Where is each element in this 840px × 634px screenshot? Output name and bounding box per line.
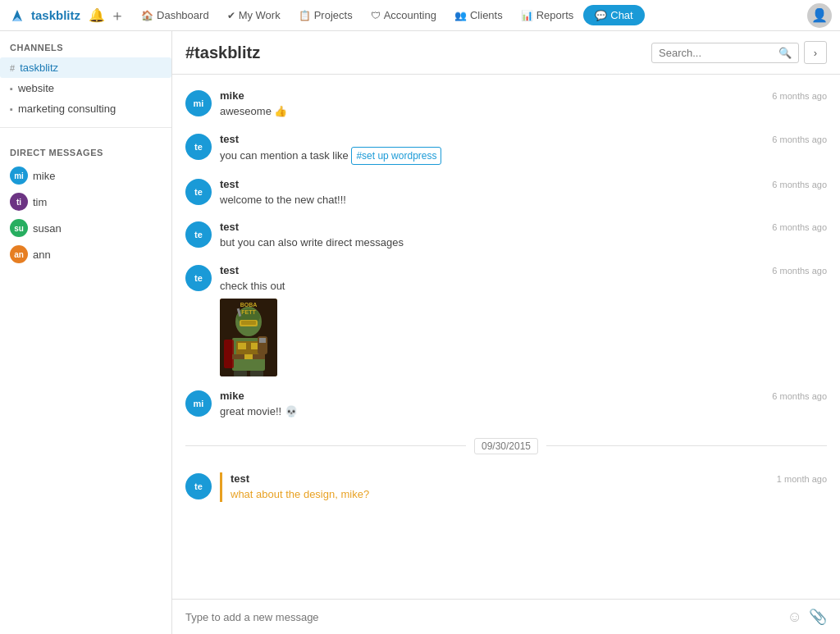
message-row: te test 6 months ago welcome to the new … xyxy=(172,171,840,215)
sidebar-dm-tim[interactable]: ti tim xyxy=(0,189,171,215)
search-box: 🔍 xyxy=(651,43,799,63)
message-content-highlighted: test 1 month ago what about the design, … xyxy=(220,472,827,503)
nav-item-chat[interactable]: 💬 Chat xyxy=(583,5,644,25)
svg-rect-7 xyxy=(224,340,234,368)
sidebar-channel-taskblitz[interactable]: # taskblitz xyxy=(0,57,171,78)
chevron-right-icon: › xyxy=(814,47,817,59)
message-content: test 6 months ago welcome to the new cha… xyxy=(220,178,827,208)
message-content: test 6 months ago check this out xyxy=(220,264,827,377)
user-avatar[interactable]: 👤 xyxy=(807,3,832,28)
nav-label-chat: Chat xyxy=(610,9,632,21)
dm-label-ann: ann xyxy=(33,249,51,261)
avatar: te xyxy=(185,473,212,499)
sidebar-dm-mike[interactable]: mi mike xyxy=(0,162,171,189)
message-header: test 6 months ago xyxy=(220,264,827,276)
nav-item-clients[interactable]: 👥 Clients xyxy=(446,5,511,25)
message-time: 6 months ago xyxy=(772,180,827,189)
message-text: welcome to the new chat!!! xyxy=(220,192,827,208)
message-header: mike 6 months ago xyxy=(220,390,827,402)
nav-item-accounting[interactable]: 🛡 Accounting xyxy=(363,5,445,25)
notification-bell-icon[interactable]: 🔔 xyxy=(89,7,105,23)
svg-rect-11 xyxy=(241,321,256,325)
message-row: te test 6 months ago you can mention a t… xyxy=(172,126,840,171)
message-header: test 6 months ago xyxy=(220,133,827,145)
message-header: test 6 months ago xyxy=(220,178,827,190)
nav-item-reports[interactable]: 📊 Reports xyxy=(513,5,582,25)
message-text: you can mention a task like #set up word… xyxy=(220,147,827,165)
channel-hash-icon: # xyxy=(10,63,15,73)
avatar: mi xyxy=(185,90,212,116)
message-content: mike 6 months ago great movie!! 💀 xyxy=(220,390,827,420)
sidebar-channel-marketing[interactable]: ▪ marketing consulting xyxy=(0,98,171,119)
channel-title: #taskblitz xyxy=(185,43,260,62)
avatar: te xyxy=(185,134,212,160)
channel-hash-icon-2: ▪ xyxy=(10,84,13,94)
channel-label-website: website xyxy=(18,82,54,94)
projects-icon: 📋 xyxy=(299,10,311,21)
search-input[interactable] xyxy=(659,47,774,59)
message-content: test 6 months ago but you can also write… xyxy=(220,221,827,251)
dm-label-susan: susan xyxy=(33,222,62,235)
message-username: mike xyxy=(220,390,244,402)
nav-label-dashboard: Dashboard xyxy=(157,9,209,21)
message-username: test xyxy=(231,472,249,485)
message-username: test xyxy=(220,221,239,233)
mywork-icon: ✔ xyxy=(227,10,235,21)
message-text: but you can also write direct messages xyxy=(220,235,827,251)
task-link[interactable]: #set up wordpress xyxy=(351,147,441,165)
avatar-tim: ti xyxy=(10,193,28,211)
sidebar-channel-website[interactable]: ▪ website xyxy=(0,78,171,98)
reports-icon: 📊 xyxy=(521,10,533,21)
message-username: test xyxy=(220,178,239,190)
attachment-icon[interactable]: 📎 xyxy=(809,608,827,626)
message-input[interactable] xyxy=(185,611,781,623)
message-username: test xyxy=(220,133,239,145)
nav-item-dashboard[interactable]: 🏠 Dashboard xyxy=(133,5,217,25)
nav-arrow-button[interactable]: › xyxy=(804,41,827,64)
nav-item-mywork[interactable]: ✔ My Work xyxy=(219,5,289,25)
accounting-icon: 🛡 xyxy=(371,10,381,21)
logo[interactable]: taskblitz xyxy=(8,7,80,25)
logo-icon xyxy=(8,7,26,25)
avatar: mi xyxy=(185,390,212,417)
message-row: te test 6 months ago check this out xyxy=(172,258,840,384)
date-divider-line-left xyxy=(185,445,466,446)
nav-item-projects[interactable]: 📋 Projects xyxy=(290,5,361,25)
svg-rect-17 xyxy=(234,371,247,376)
sidebar-dm-susan[interactable]: su susan xyxy=(0,215,171,241)
nav-label-reports: Reports xyxy=(536,9,574,21)
messages-area[interactable]: mi mike 6 months ago aweseome 👍 te test … xyxy=(172,75,840,599)
sidebar-divider xyxy=(0,127,171,128)
nav-label-mywork: My Work xyxy=(239,9,281,21)
sidebar-dm-ann[interactable]: an ann xyxy=(0,241,171,267)
svg-rect-20 xyxy=(259,338,266,343)
sidebar: CHANNELS # taskblitz ▪ website ▪ marketi… xyxy=(0,31,172,634)
message-text-highlighted: what about the design, mike? xyxy=(231,486,827,503)
boba-fett-image: BOBA FETT xyxy=(220,299,277,376)
avatar-susan: su xyxy=(10,219,28,237)
nav-items: 🏠 Dashboard ✔ My Work 📋 Projects 🛡 Accou… xyxy=(133,5,807,25)
message-time: 6 months ago xyxy=(772,135,827,144)
message-header: mike 6 months ago xyxy=(220,89,827,102)
channel-label-taskblitz: taskblitz xyxy=(20,62,58,74)
nav-label-projects: Projects xyxy=(314,9,353,21)
date-divider-label: 09/30/2015 xyxy=(474,438,538,454)
message-row: te test 6 months ago but you can also wr… xyxy=(172,214,840,258)
top-nav: taskblitz 🔔 ＋ 🏠 Dashboard ✔ My Work 📋 Pr… xyxy=(0,0,840,31)
dm-label-tim: tim xyxy=(33,196,47,208)
add-button-icon[interactable]: ＋ xyxy=(110,6,125,25)
svg-text:FETT: FETT xyxy=(241,309,256,315)
message-time: 6 months ago xyxy=(772,391,827,401)
nav-label-accounting: Accounting xyxy=(384,9,436,21)
message-row-highlighted: te test 1 month ago what about the desig… xyxy=(172,466,840,509)
channels-section-title: CHANNELS xyxy=(0,31,171,57)
user-icon: 👤 xyxy=(811,7,828,23)
main-layout: CHANNELS # taskblitz ▪ website ▪ marketi… xyxy=(0,31,840,634)
content-area: #taskblitz 🔍 › mi mike 6 months ago xyxy=(172,31,840,634)
svg-rect-18 xyxy=(250,371,263,376)
message-time: 6 months ago xyxy=(772,266,827,276)
emoji-icon[interactable]: ☺ xyxy=(788,609,802,626)
svg-text:BOBA: BOBA xyxy=(240,302,258,308)
dm-label-mike: mike xyxy=(33,170,55,182)
message-text: great movie!! 💀 xyxy=(220,404,827,420)
